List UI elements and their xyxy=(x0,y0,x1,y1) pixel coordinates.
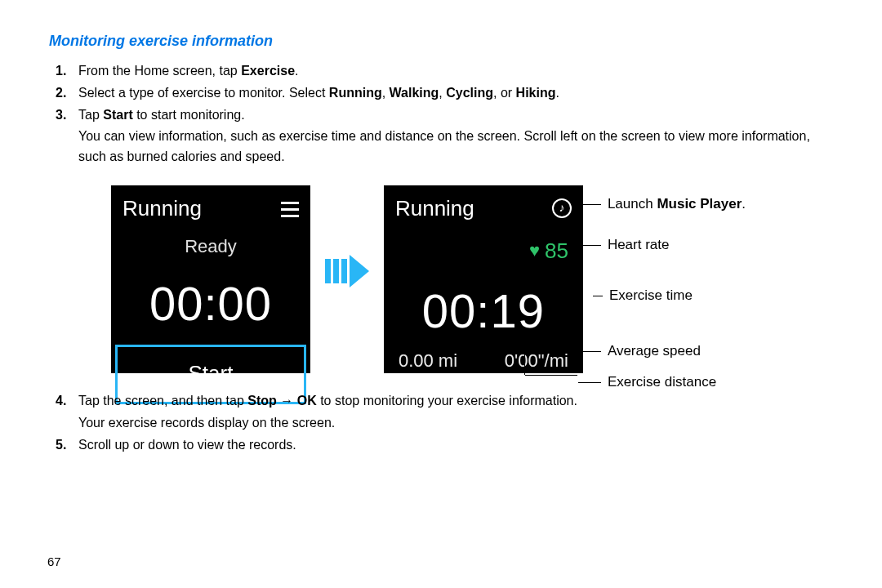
watch1-title: Running xyxy=(122,192,202,225)
watch2-title: Running xyxy=(395,192,474,225)
step-4-b2: OK xyxy=(297,394,317,408)
step-2-text-pre: Select a type of exercise to monitor. Se… xyxy=(78,86,329,100)
annot-avg-speed: Average speed xyxy=(578,341,701,362)
menu-icon[interactable] xyxy=(281,200,299,217)
step-3: Tap Start to start monitoring. You can v… xyxy=(78,105,833,373)
step-5: Scroll up or down to view the records. xyxy=(78,435,833,456)
annot-exercise-distance: Exercise distance xyxy=(578,372,716,393)
annot-exercise-time: Exercise time xyxy=(593,285,693,306)
annot-music-post: . xyxy=(742,196,746,212)
step-2: Select a type of exercise to monitor. Se… xyxy=(78,83,833,104)
distance-value: 0.00 mi xyxy=(399,347,457,375)
step-4-post: to stop monitoring your exercise informa… xyxy=(317,394,577,408)
annot-distance-leader xyxy=(524,347,525,375)
step-1-text-pre: From the Home screen, tap xyxy=(78,64,241,78)
watch2-time: 00:19 xyxy=(384,274,583,348)
page-number: 67 xyxy=(47,555,61,568)
watch-screen-active: Running ♪ ♥ 85 00:19 0.00 mi 0'00"/mi xyxy=(384,185,583,373)
annotation-callouts: Launch Music Player. Heart rate Exercise… xyxy=(598,185,833,187)
transition-arrow-icon xyxy=(325,255,369,287)
step-2-b3: Cycling xyxy=(446,86,493,100)
step-1-bold: Exercise xyxy=(241,64,295,78)
step-5-text: Scroll up or down to view the records. xyxy=(78,438,296,452)
annot-music-bold: Music Player xyxy=(657,196,742,212)
pace-value: 0'00"/mi xyxy=(505,347,568,375)
section-title: Monitoring exercise information xyxy=(49,33,833,50)
step-2-b1: Running xyxy=(329,86,382,100)
screenshots-row: Running Ready 00:00 Start Running xyxy=(111,185,833,373)
step-2-c1: , xyxy=(382,86,390,100)
step-3-pre: Tap xyxy=(78,108,103,122)
annot-heart-rate-label: Heart rate xyxy=(608,234,670,256)
music-player-icon[interactable]: ♪ xyxy=(552,198,572,218)
annot-heart-rate: Heart rate xyxy=(578,234,670,256)
step-2-b4: Hiking xyxy=(516,86,556,100)
annot-exercise-distance-label: Exercise distance xyxy=(608,372,716,393)
step-1-text-post: . xyxy=(295,64,298,78)
step-2-b2: Walking xyxy=(390,86,439,100)
heart-rate-value: 85 xyxy=(545,234,568,267)
step-4-arrow: → xyxy=(277,394,297,408)
ready-label: Ready xyxy=(185,233,237,261)
step-3-sub: You can view information, such as exerci… xyxy=(78,127,833,167)
watch1-time: 00:00 xyxy=(149,267,272,341)
step-4-pre: Tap the screen, and then tap xyxy=(78,394,247,408)
step-3-bold: Start xyxy=(103,108,132,122)
annot-music-pre: Launch xyxy=(608,196,657,212)
step-4: Tap the screen, and then tap Stop → OK t… xyxy=(78,391,833,434)
step-4-sub: Your exercise records display on the scr… xyxy=(78,413,833,434)
step-1: From the Home screen, tap Exercise. xyxy=(78,61,833,82)
step-3-post: to start monitoring. xyxy=(133,108,245,122)
step-4-b1: Stop xyxy=(247,394,277,408)
watch-screen-ready: Running Ready 00:00 Start xyxy=(111,185,310,373)
instruction-list: From the Home screen, tap Exercise. Sele… xyxy=(49,61,833,455)
annot-avg-speed-label: Average speed xyxy=(608,341,701,362)
step-2-c2: , xyxy=(439,86,446,100)
heart-icon: ♥ xyxy=(529,237,540,265)
step-2-c3: , or xyxy=(493,86,516,100)
annot-exercise-time-label: Exercise time xyxy=(609,285,693,306)
step-2-post: . xyxy=(555,86,559,100)
annot-music: Launch Music Player. xyxy=(575,194,746,215)
